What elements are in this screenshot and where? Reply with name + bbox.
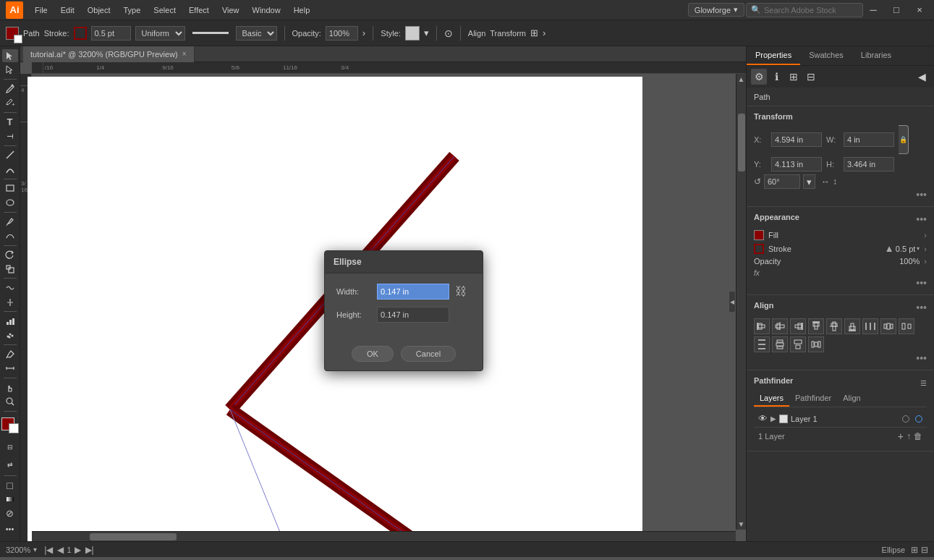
transform-more-btn[interactable]: ••• [916, 189, 927, 200]
stroke-decrement-btn[interactable]: ▲ [885, 243, 894, 254]
swap-colors-btn[interactable]: ⇄ [2, 457, 18, 472]
align-right-edges-btn[interactable] [790, 318, 806, 334]
scale-tool-btn[interactable] [2, 263, 18, 276]
stroke-more-btn[interactable]: › [924, 245, 927, 253]
height-input[interactable] [377, 307, 449, 323]
restore-button[interactable]: □ [888, 3, 905, 17]
menu-window[interactable]: Window [247, 3, 286, 17]
align-left-edges-btn[interactable] [754, 318, 770, 334]
width-input[interactable] [377, 284, 449, 300]
transform-more-btn[interactable]: ⊞ [530, 27, 538, 38]
pen-tool-btn[interactable] [2, 82, 18, 96]
tab-properties[interactable]: Properties [747, 46, 800, 65]
props-gear-btn[interactable]: ⚙ [751, 69, 767, 85]
appearance-more-dots-btn[interactable]: ••• [916, 277, 927, 289]
stroke-color-btn[interactable] [74, 27, 87, 40]
opacity-more-btn[interactable]: › [362, 27, 365, 38]
status-expand-btn[interactable]: ⊟ [921, 545, 928, 555]
layer-expand-btn[interactable]: ▶ [770, 415, 776, 423]
tab-swatches[interactable]: Swatches [800, 46, 852, 65]
ellipse-tool-btn[interactable] [2, 196, 18, 209]
last-artboard-btn[interactable]: ▶| [84, 545, 95, 555]
style-preview[interactable] [405, 26, 420, 41]
tab-close-btn[interactable]: × [182, 50, 187, 58]
opacity-more-btn[interactable]: › [924, 257, 927, 266]
menu-object[interactable]: Object [82, 3, 116, 17]
props-info-btn[interactable]: ℹ [768, 69, 784, 85]
fill-options-btn[interactable]: › [924, 231, 927, 239]
fill-color-swatch[interactable] [754, 230, 764, 240]
align-top-edges-btn[interactable] [808, 318, 824, 334]
pf-tab-align[interactable]: Align [837, 391, 866, 407]
align-btn[interactable]: Align [468, 29, 485, 38]
gradient-fill-btn[interactable] [2, 493, 18, 506]
opacity-input[interactable] [326, 26, 358, 41]
adobe-stock-search[interactable]: 🔍 [746, 3, 863, 17]
menu-file[interactable]: File [29, 3, 54, 17]
scatter-graph-btn[interactable] [2, 329, 18, 342]
props-align-btn[interactable]: ⊟ [803, 69, 819, 85]
align-more-dots-btn[interactable]: ••• [916, 352, 927, 364]
distribute-right-btn[interactable] [899, 318, 914, 334]
pf-tab-layers[interactable]: Layers [754, 391, 789, 407]
stroke-color-swatch[interactable] [754, 244, 764, 254]
canvas-area[interactable]: /16 1/4 9/16 5/8 11/16 3/4 4 3/16 [20, 62, 746, 541]
rotate-tool-btn[interactable] [2, 248, 18, 261]
direct-selection-tool-btn[interactable] [2, 64, 18, 77]
align-more-btn[interactable]: ••• [916, 302, 927, 313]
type-tool-btn[interactable]: T [2, 116, 18, 129]
hand-tool-btn[interactable] [2, 381, 18, 394]
default-colors-btn[interactable]: ⊟ [2, 439, 18, 455]
active-tab[interactable]: tutorial.ai* @ 3200% (RGB/GPU Preview) × [23, 46, 195, 62]
distribute-bottom-btn[interactable] [790, 336, 806, 352]
stroke-width-input[interactable] [91, 26, 131, 41]
add-anchor-btn[interactable]: + [2, 96, 18, 109]
rotate-input[interactable] [764, 174, 800, 189]
transform-btn[interactable]: Transform [490, 29, 526, 38]
first-artboard-btn[interactable]: |◀ [43, 545, 54, 555]
distribute-center-h-btn[interactable] [880, 318, 896, 334]
align-center-h-btn[interactable] [772, 318, 788, 334]
smooth-tool-btn[interactable] [2, 229, 18, 242]
width-tool-btn[interactable] [2, 296, 18, 309]
stroke-indicator[interactable] [9, 423, 19, 433]
layer-row[interactable]: 👁 ▶ Layer 1 [754, 410, 927, 427]
appearance-btn[interactable]: ⊙ [444, 27, 453, 39]
line-style-dropdown[interactable]: Basic [236, 26, 277, 41]
toolbar-more-btn[interactable]: › [543, 27, 545, 38]
flip-h-btn[interactable]: ↔ [821, 177, 830, 187]
props-grid-btn[interactable]: ⊞ [786, 69, 802, 85]
vertical-type-btn[interactable]: T [2, 130, 18, 143]
status-grid-btn[interactable]: ⊞ [911, 545, 918, 555]
tab-libraries[interactable]: Libraries [852, 46, 900, 65]
column-graph-btn[interactable] [2, 315, 18, 328]
measure-tool-btn[interactable] [2, 362, 18, 376]
next-artboard-btn[interactable]: ▶ [73, 545, 82, 555]
menu-select[interactable]: Select [148, 3, 182, 17]
menu-type[interactable]: Type [118, 3, 147, 17]
menu-help[interactable]: Help [288, 3, 316, 17]
distribute-top-btn[interactable] [754, 336, 770, 352]
fill-mode-btn[interactable]: □ [2, 479, 18, 492]
pf-tab-pathfinder[interactable]: Pathfinder [789, 391, 837, 407]
zoom-dropdown-btn[interactable]: ▾ [33, 546, 37, 553]
style-dropdown-btn[interactable]: ▾ [424, 27, 429, 38]
distribute-horizontal-btn[interactable] [808, 336, 824, 352]
eyedropper-btn[interactable] [2, 348, 18, 361]
ok-button[interactable]: OK [352, 346, 394, 362]
cancel-button[interactable]: Cancel [401, 346, 456, 362]
move-to-layer-btn[interactable]: ↑ [907, 431, 911, 441]
zoom-tool-btn[interactable] [2, 395, 18, 408]
align-center-v-btn[interactable] [826, 318, 842, 334]
menu-effect[interactable]: Effect [183, 3, 215, 17]
line-segment-btn[interactable] [2, 149, 18, 162]
stroke-increment-btn[interactable]: ▾ [917, 245, 920, 252]
align-bottom-edges-btn[interactable] [844, 318, 860, 334]
workspace-switcher[interactable]: Glowforge ▾ [688, 3, 744, 17]
rotate-dropdown-btn[interactable]: ▾ [803, 174, 815, 189]
menu-edit[interactable]: Edit [55, 3, 80, 17]
prev-artboard-btn[interactable]: ◀ [56, 545, 65, 555]
appearance-more-btn[interactable]: ••• [916, 213, 927, 225]
warp-tool-btn[interactable] [2, 281, 18, 294]
fill-color-indicator[interactable] [6, 27, 19, 40]
